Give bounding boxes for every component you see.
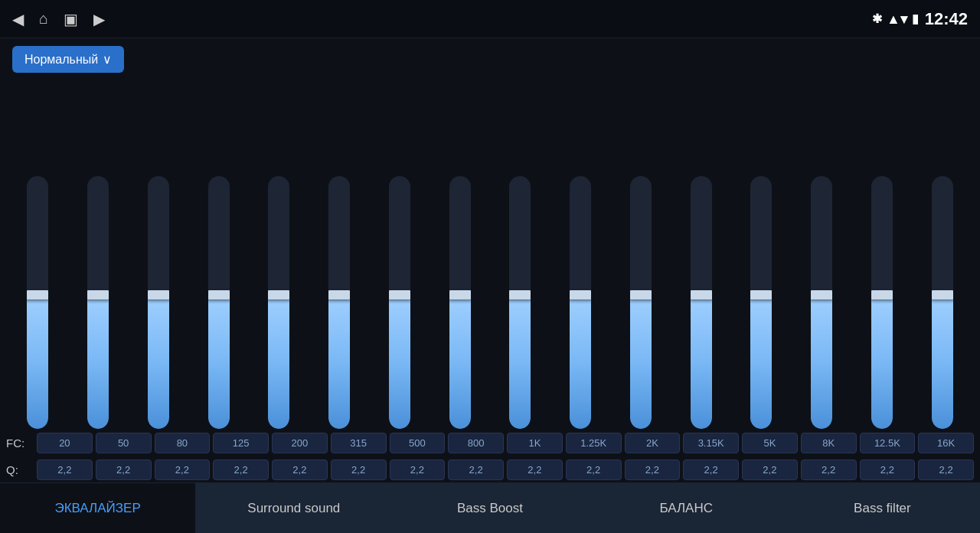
slider-handle-50[interactable] <box>87 290 109 299</box>
q-btn-3[interactable]: 2,2 <box>213 459 269 480</box>
fc-btn-50[interactable]: 50 <box>96 433 152 453</box>
slider-column-800[interactable] <box>434 176 486 429</box>
slider-column-5K[interactable] <box>735 176 787 429</box>
play-icon[interactable]: ▶ <box>93 10 105 28</box>
slider-track-50[interactable] <box>87 176 109 429</box>
slider-fill-800 <box>449 295 471 429</box>
slider-fill-1.25K <box>570 295 591 429</box>
q-btn-2[interactable]: 2,2 <box>155 459 211 480</box>
slider-track-125[interactable] <box>208 176 230 429</box>
slider-handle-125[interactable] <box>208 290 230 299</box>
nav-tab-bass-filter[interactable]: Bass filter <box>785 483 980 533</box>
q-btn-4[interactable]: 2,2 <box>272 459 328 480</box>
slider-handle-2K[interactable] <box>630 290 652 299</box>
slider-handle-80[interactable] <box>148 290 169 299</box>
fc-btn-315[interactable]: 315 <box>331 433 387 453</box>
slider-handle-1K[interactable] <box>509 290 531 299</box>
fc-btn-3.15K[interactable]: 3.15K <box>683 433 739 453</box>
sliders-row <box>8 80 972 433</box>
slider-fill-2K <box>630 295 652 429</box>
slider-handle-1.25K[interactable] <box>570 290 591 299</box>
slider-column-2K[interactable] <box>615 176 667 429</box>
fc-btn-80[interactable]: 80 <box>155 433 211 453</box>
slider-column-200[interactable] <box>253 176 305 429</box>
slider-handle-800[interactable] <box>449 290 471 299</box>
nav-tab-bass-boost[interactable]: Bass Boost <box>392 483 588 533</box>
slider-track-20[interactable] <box>27 176 48 429</box>
back-icon[interactable]: ◀ <box>12 10 24 28</box>
q-btn-6[interactable]: 2,2 <box>390 459 446 480</box>
slider-handle-200[interactable] <box>268 290 289 299</box>
slider-track-2K[interactable] <box>630 176 652 429</box>
slider-track-16K[interactable] <box>932 176 953 429</box>
fc-btn-8K[interactable]: 8K <box>801 433 857 453</box>
q-btn-10[interactable]: 2,2 <box>625 459 681 480</box>
home-icon[interactable]: ⌂ <box>39 10 48 28</box>
slider-column-80[interactable] <box>132 176 185 429</box>
slider-handle-5K[interactable] <box>750 290 772 299</box>
q-btn-1[interactable]: 2,2 <box>96 459 152 480</box>
status-icons: ✱ ▲▾ ▮ <box>872 11 919 28</box>
slider-column-20[interactable] <box>11 176 64 429</box>
fc-btn-16K[interactable]: 16K <box>918 433 974 453</box>
slider-track-315[interactable] <box>328 176 350 429</box>
fc-btn-800[interactable]: 800 <box>448 433 504 453</box>
slider-handle-3.15K[interactable] <box>691 290 712 299</box>
nav-tab-balance[interactable]: БАЛАНС <box>589 483 785 533</box>
slider-handle-8K[interactable] <box>811 290 832 299</box>
window-icon[interactable]: ▣ <box>64 10 78 28</box>
slider-track-500[interactable] <box>389 176 410 429</box>
fc-btn-12.5K[interactable]: 12.5K <box>860 433 916 453</box>
fc-btn-200[interactable]: 200 <box>272 433 328 453</box>
slider-handle-20[interactable] <box>27 290 48 299</box>
slider-column-3.15K[interactable] <box>675 176 727 429</box>
slider-handle-500[interactable] <box>389 290 410 299</box>
slider-track-5K[interactable] <box>750 176 772 429</box>
slider-handle-16K[interactable] <box>932 290 953 299</box>
slider-track-3.15K[interactable] <box>691 176 712 429</box>
slider-column-12.5K[interactable] <box>856 176 908 429</box>
q-btn-9[interactable]: 2,2 <box>566 459 622 480</box>
slider-track-200[interactable] <box>268 176 289 429</box>
slider-track-1K[interactable] <box>509 176 531 429</box>
slider-handle-315[interactable] <box>328 290 350 299</box>
q-btn-14[interactable]: 2,2 <box>860 459 916 480</box>
q-btn-5[interactable]: 2,2 <box>331 459 387 480</box>
q-btn-12[interactable]: 2,2 <box>742 459 798 480</box>
fc-btn-500[interactable]: 500 <box>390 433 446 453</box>
slider-fill-8K <box>811 295 832 429</box>
fc-btn-20[interactable]: 20 <box>37 433 93 453</box>
fc-btn-2K[interactable]: 2K <box>625 433 681 453</box>
slider-fill-80 <box>148 295 169 429</box>
fc-btn-5K[interactable]: 5K <box>742 433 798 453</box>
nav-tab-surround[interactable]: Surround sound <box>196 483 392 533</box>
preset-button[interactable]: Нормальный ∨ <box>12 46 124 73</box>
q-btn-8[interactable]: 2,2 <box>507 459 563 480</box>
q-btn-7[interactable]: 2,2 <box>448 459 504 480</box>
fc-btn-125[interactable]: 125 <box>213 433 269 453</box>
nav-tab-equalizer[interactable]: ЭКВАЛАЙЗЕР <box>0 483 196 533</box>
q-btn-11[interactable]: 2,2 <box>683 459 739 480</box>
fc-label: FC: <box>6 437 37 450</box>
slider-track-1.25K[interactable] <box>570 176 591 429</box>
fc-btn-1K[interactable]: 1K <box>507 433 563 453</box>
slider-column-8K[interactable] <box>795 176 848 429</box>
q-btn-15[interactable]: 2,2 <box>918 459 974 480</box>
slider-column-1.25K[interactable] <box>554 176 606 429</box>
slider-track-800[interactable] <box>449 176 471 429</box>
slider-column-16K[interactable] <box>916 176 969 429</box>
slider-column-500[interactable] <box>374 176 426 429</box>
q-btn-13[interactable]: 2,2 <box>801 459 857 480</box>
slider-column-50[interactable] <box>72 176 124 429</box>
slider-column-125[interactable] <box>193 176 245 429</box>
slider-track-8K[interactable] <box>811 176 832 429</box>
slider-handle-12.5K[interactable] <box>871 290 893 299</box>
slider-column-315[interactable] <box>313 176 365 429</box>
slider-track-12.5K[interactable] <box>871 176 893 429</box>
slider-track-80[interactable] <box>148 176 169 429</box>
fc-btn-1.25K[interactable]: 1.25K <box>566 433 622 453</box>
slider-fill-12.5K <box>871 295 893 429</box>
slider-column-1K[interactable] <box>494 176 546 429</box>
q-btn-0[interactable]: 2,2 <box>37 459 93 480</box>
battery-icon: ▮ <box>912 11 919 26</box>
